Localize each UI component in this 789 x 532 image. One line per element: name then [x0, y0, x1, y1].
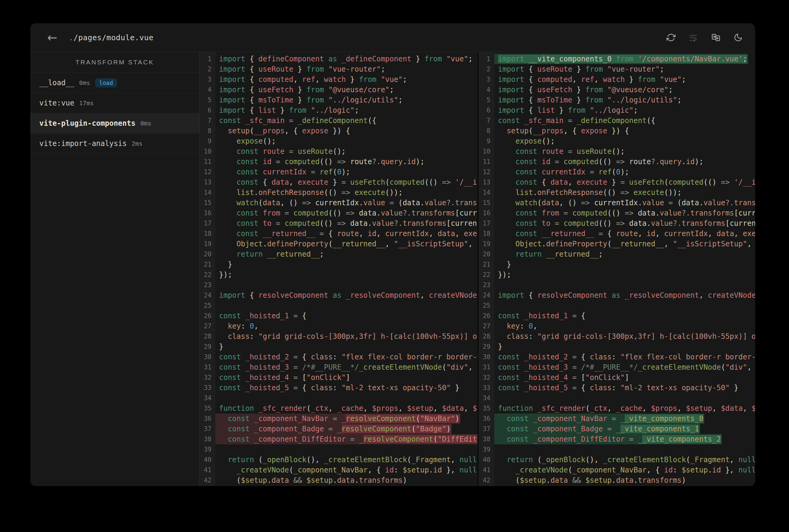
- code-line: 13 const { data, execute } = useFetch(co…: [479, 177, 755, 187]
- line-number: 13: [200, 177, 215, 187]
- line-number: 25: [200, 301, 215, 311]
- code-line: 40 return (_openBlock(), _createElementB…: [200, 455, 477, 465]
- line-number: 12: [200, 167, 215, 177]
- code-line: 2import { useRoute } from "vue-router";: [479, 64, 755, 74]
- vite-inspect-window: ← ./pages/module.vue TRANSFORM STACK __l…: [30, 23, 755, 486]
- line-number: 16: [200, 208, 215, 218]
- code-line: 3import { computed, ref, watch } from "v…: [479, 74, 755, 84]
- screen: ← ./pages/module.vue TRANSFORM STACK __l…: [0, 0, 789, 532]
- code-text: }: [494, 259, 512, 270]
- transform-stack-item[interactable]: vite:vue17ms: [30, 93, 199, 113]
- code-line: 15 watch(data, () => currentIdx.value = …: [479, 198, 755, 208]
- code-line: 23: [200, 280, 477, 290]
- back-button[interactable]: ←: [47, 32, 57, 43]
- line-number: 23: [200, 280, 215, 290]
- line-number: 2: [200, 64, 215, 74]
- code-text: expose();: [215, 136, 277, 146]
- code-line: 34: [200, 393, 477, 403]
- code-text: const to = computed(() => data.value?.tr…: [215, 218, 477, 229]
- line-wrap-icon[interactable]: [689, 33, 698, 42]
- code-line: 29}: [200, 342, 477, 352]
- line-number: 29: [200, 342, 215, 352]
- code-line: 38 const _component_DiffEditor = __vite_…: [479, 434, 755, 444]
- side-by-side-diff-icon[interactable]: [711, 33, 721, 42]
- code-line: 25: [200, 301, 477, 311]
- line-number: 34: [200, 393, 215, 403]
- header-actions: [666, 33, 743, 42]
- code-text: const _hoisted_2 = { class: "flex flex-c…: [494, 352, 755, 362]
- plugin-time: 17ms: [79, 99, 94, 107]
- transform-stack-item[interactable]: vite:import-analysis2ms: [30, 134, 199, 154]
- code-line: 10 const route = useRoute();: [479, 146, 755, 156]
- code-text: const { data, execute } = useFetch(compu…: [494, 177, 755, 187]
- code-text: }: [494, 342, 503, 352]
- code-panel-before[interactable]: 1import { defineComponent as _defineComp…: [200, 52, 477, 486]
- line-number: 18: [479, 229, 494, 239]
- line-number: 3: [479, 74, 494, 84]
- code-line: 39: [479, 444, 755, 455]
- code-text: const _hoisted_3 = /*#__PURE__*/_createE…: [494, 362, 755, 373]
- refresh-icon[interactable]: [666, 33, 676, 42]
- code-line: 6import { list } from "../logic";: [479, 105, 755, 115]
- code-text-removed: const _component_NavBar = _resolveCompon…: [215, 414, 460, 424]
- code-line: 42 ($setup.data && $setup.data.transform…: [479, 475, 755, 486]
- code-text: ($setup.data && $setup.data.transforms): [494, 475, 687, 486]
- code-line: 16 const from = computed(() => data.valu…: [200, 208, 477, 218]
- plugin-name: __load__: [39, 79, 74, 87]
- line-number: 9: [479, 136, 494, 146]
- line-number: 41: [479, 465, 494, 475]
- code-text: });: [215, 270, 233, 280]
- code-panel-after[interactable]: 1import __vite_components_0 from '/compo…: [477, 52, 755, 486]
- line-number: 12: [479, 167, 494, 177]
- load-badge: load: [95, 78, 117, 87]
- code-line: 11 const id = computed(() => route?.quer…: [479, 156, 755, 167]
- code-text: return __returned__;: [215, 249, 325, 259]
- code-text: [494, 444, 499, 455]
- code-text: const { data, execute } = useFetch(compu…: [215, 177, 477, 187]
- line-number: 26: [479, 311, 494, 321]
- line-number: 19: [479, 239, 494, 249]
- code-line: 31const _hoisted_3 = /*#__PURE__*/_creat…: [479, 362, 755, 373]
- code-text: const currentIdx = ref(0);: [494, 167, 630, 177]
- line-number: 31: [479, 362, 494, 373]
- code-line: 5import { msToTime } from "../logic/util…: [200, 95, 477, 105]
- code-text: return __returned__;: [494, 249, 604, 259]
- code-text: const _hoisted_1 = {: [494, 311, 586, 321]
- code-text: [215, 280, 220, 290]
- line-number: 23: [479, 280, 494, 290]
- line-number: 33: [479, 383, 494, 393]
- code-line: 31const _hoisted_3 = /*#__PURE__*/_creat…: [200, 362, 477, 373]
- code-text: import { useFetch } from "@vueuse/core";: [494, 84, 674, 95]
- line-number: 22: [479, 270, 494, 280]
- code-line: 21 }: [200, 259, 477, 270]
- sidebar-title: TRANSFORM STACK: [30, 52, 199, 73]
- line-number: 2: [479, 64, 494, 74]
- line-number: 9: [200, 136, 215, 146]
- code-text: const _hoisted_3 = /*#__PURE__*/_createE…: [215, 362, 477, 373]
- code-line: 33const _hoisted_5 = { class: "ml-2 text…: [479, 383, 755, 393]
- code-text: const _hoisted_5 = { class: "ml-2 text-x…: [494, 383, 739, 393]
- code-text: import { computed, ref, watch } from "vu…: [494, 74, 687, 84]
- line-number: 24: [479, 290, 494, 301]
- code-line: 42 ($setup.data && $setup.data.transform…: [200, 475, 477, 486]
- code-text: const _hoisted_5 = { class: "ml-2 text-x…: [215, 383, 460, 393]
- code-line: 24import { resolveComponent as _resolveC…: [200, 290, 477, 301]
- transform-stack-item[interactable]: vite-plugin-components0ms: [30, 113, 199, 134]
- line-number: 1: [200, 54, 215, 64]
- line-number: 27: [479, 321, 494, 331]
- line-number: 32: [479, 373, 494, 383]
- code-text: _createVNode(_component_NavBar, { id: $s…: [494, 465, 755, 475]
- code-text: const from = computed(() => data.value?.…: [494, 208, 755, 218]
- code-text: }: [215, 259, 233, 270]
- line-number: 32: [200, 373, 215, 383]
- transform-stack-item[interactable]: __load__0msload: [30, 73, 199, 93]
- line-number: 15: [479, 198, 494, 208]
- code-line: 11 const id = computed(() => route?.quer…: [200, 156, 477, 167]
- code-text: Object.defineProperty(__returned__, "__i…: [215, 239, 477, 249]
- line-number: 34: [479, 393, 494, 403]
- line-number: 14: [479, 187, 494, 198]
- dark-mode-moon-icon[interactable]: [733, 33, 743, 42]
- code-line: 19 Object.defineProperty(__returned__, "…: [479, 239, 755, 249]
- line-number: 31: [200, 362, 215, 373]
- code-text-added: const _component_DiffEditor = __vite_com…: [494, 434, 722, 444]
